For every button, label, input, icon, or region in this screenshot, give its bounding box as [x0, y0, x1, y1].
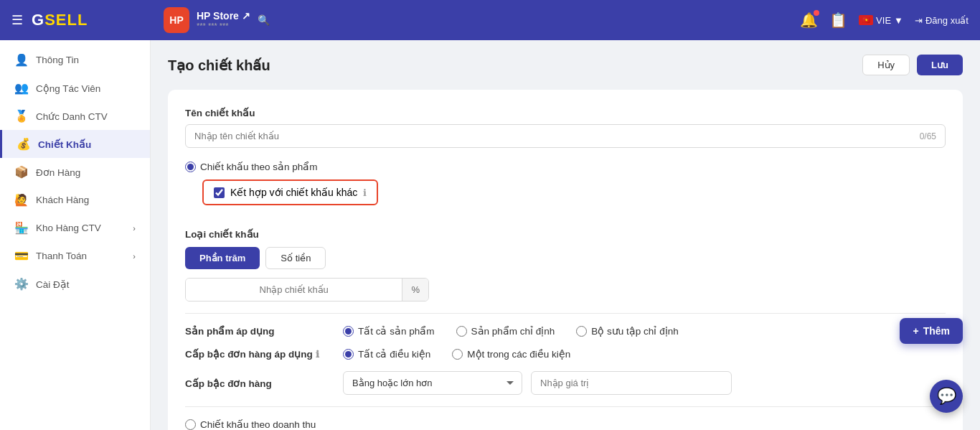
radio-doanh-thu-input[interactable] — [185, 419, 196, 430]
chiet-khau-icon: 💰 — [17, 137, 31, 151]
radio-san-pham-input[interactable] — [185, 162, 196, 172]
sidebar-item-don-hang[interactable]: 📦 Đơn Hàng — [0, 158, 150, 186]
thanh-toan-icon: 💳 — [14, 249, 29, 263]
chevron-right-icon: › — [133, 252, 136, 261]
percent-suffix: % — [402, 279, 428, 301]
phan-tram-button[interactable]: Phần trăm — [185, 247, 260, 269]
logout-label: Đăng xuất — [925, 15, 969, 26]
sidebar-item-kho-hang-ctv[interactable]: 🏪 Kho Hàng CTV › — [0, 214, 150, 242]
loai-chiet-khau-label: Loại chiết khấu — [185, 228, 946, 240]
radio-san-pham-label: Chiết khấu theo sản phẩm — [200, 161, 318, 172]
cap-bac-info-icon[interactable]: ℹ — [316, 349, 319, 360]
checkbox-container: Kết hợp với chiết khấu khác ℹ — [202, 179, 946, 217]
kho-hang-icon: 🏪 — [14, 221, 29, 235]
them-label: Thêm — [923, 325, 950, 337]
language-selector[interactable]: 🇻🇳 VIE ▼ — [859, 15, 903, 26]
ket-hop-checkbox[interactable] — [214, 187, 225, 198]
sidebar-item-label: Thanh Toán — [36, 251, 87, 261]
sidebar-item-khach-hang[interactable]: 🙋 Khách Hàng — [0, 186, 150, 214]
sidebar-item-label: Chức Danh CTV — [36, 111, 108, 122]
notification-dot — [814, 10, 819, 16]
san-pham-row: Sản phẩm áp dụng Tất cả sản phẩm Sản phẩ… — [185, 325, 946, 337]
chiet-khau-san-pham-section: Chiết khấu theo sản phẩm Kết hợp với chi… — [185, 161, 946, 430]
them-plus-icon: + — [913, 325, 918, 337]
divider-2 — [185, 406, 946, 407]
sidebar-item-thong-tin[interactable]: 👤 Thông Tin — [0, 46, 150, 74]
main-content: Tạo chiết khấu Hủy Lưu Tên chiết khấu 0/… — [151, 40, 980, 430]
doanh-thu-label: Chiết khấu theo doanh thu — [200, 419, 316, 430]
radio-doanh-thu[interactable]: Chiết khấu theo doanh thu — [185, 419, 316, 430]
store-name[interactable]: HP Store ↗ — [197, 10, 250, 22]
chat-button[interactable]: 💬 — [930, 380, 963, 413]
radio-bo-suu-tap[interactable]: Bộ sưu tập chỉ định — [576, 325, 678, 337]
radio-san-pham-chi-dinh[interactable]: Sản phẩm chỉ định — [456, 325, 555, 337]
cap-bac-don-hang-label: Cấp bậc đơn hàng — [185, 378, 329, 389]
notification-icon[interactable]: 🔔 — [800, 11, 818, 29]
sidebar-item-chiet-khau[interactable]: 💰 Chiết Khấu — [0, 130, 150, 158]
bst-label: Bộ sưu tập chỉ định — [591, 325, 678, 337]
cancel-button[interactable]: Hủy — [862, 55, 910, 75]
sidebar-item-label: Kho Hàng CTV — [36, 223, 101, 233]
radio-tat-ca-sp-input[interactable] — [343, 326, 354, 337]
tat-ca-sp-label: Tất cả sản phẩm — [358, 325, 435, 337]
store-badge: HP — [164, 7, 189, 33]
sidebar: 👤 Thông Tin 👥 Cộng Tác Viên 🏅 Chức Danh … — [0, 40, 151, 430]
radio-bst-input[interactable] — [576, 326, 587, 337]
divider — [185, 313, 946, 314]
lang-label: VIE — [876, 15, 891, 26]
chiet-khau-doanh-thu-row: Chiết khấu theo doanh thu — [185, 419, 946, 430]
sidebar-item-cong-tac-vien[interactable]: 👥 Cộng Tác Viên — [0, 74, 150, 102]
spcd-label: Sản phẩm chỉ định — [471, 325, 555, 337]
ctv-icon: 👥 — [14, 81, 29, 95]
sidebar-item-label: Cài Đặt — [36, 279, 70, 290]
char-counter: 0/65 — [920, 131, 936, 141]
radio-tatca-dk-input[interactable] — [343, 349, 354, 360]
ket-hop-label: Kết hợp với chiết khấu khác — [230, 187, 357, 198]
thong-tin-icon: 👤 — [14, 53, 29, 67]
logout-button[interactable]: ⇥ Đăng xuất — [915, 15, 969, 26]
ten-chiet-khau-field[interactable]: 0/65 — [185, 124, 946, 148]
sidebar-item-label: Chiết Khấu — [38, 139, 91, 150]
sidebar-item-chuc-danh-ctv[interactable]: 🏅 Chức Danh CTV — [0, 102, 150, 130]
gia-tri-input[interactable] — [531, 371, 732, 395]
radio-san-pham-option[interactable]: Chiết khấu theo sản phẩm — [185, 161, 946, 172]
page-title: Tạo chiết khấu — [168, 57, 270, 74]
radio-tat-ca-dk[interactable]: Tất cả điều kiện — [343, 348, 430, 360]
topnav-left: ☰ GSELL — [11, 11, 155, 29]
cap-bac-select-row: Cấp bậc đơn hàng Bằng hoặc lớn hơnNhỏ hơ… — [185, 371, 946, 395]
ten-chiet-khau-row: Tên chiết khấu 0/65 — [185, 107, 946, 148]
store-section: HP HP Store ↗ *** *** *** 🔍 — [164, 7, 270, 33]
chiet-khau-input[interactable] — [186, 279, 402, 301]
topnav-right: 🔔 📋 🇻🇳 VIE ▼ ⇥ Đăng xuất — [800, 11, 969, 29]
logout-icon: ⇥ — [915, 15, 923, 26]
sidebar-item-label: Cộng Tác Viên — [36, 83, 100, 94]
search-icon[interactable]: 🔍 — [258, 14, 270, 26]
san-pham-radio-group: Tất cả sản phẩm Sản phẩm chỉ định Bộ sưu… — [343, 325, 679, 337]
them-button[interactable]: + Thêm — [900, 318, 963, 344]
radio-tat-ca-sp[interactable]: Tất cả sản phẩm — [343, 325, 435, 337]
page-header: Tạo chiết khấu Hủy Lưu — [168, 55, 963, 75]
sidebar-item-cai-dat[interactable]: ⚙️ Cài Đặt — [0, 270, 150, 298]
sidebar-item-thanh-toan[interactable]: 💳 Thanh Toán › — [0, 242, 150, 270]
loai-button-group: Phần trăm Số tiền — [185, 247, 946, 269]
header-buttons: Hủy Lưu — [862, 55, 963, 75]
store-info: HP Store ↗ *** *** *** — [197, 10, 250, 30]
radio-mottrong-input[interactable] — [452, 349, 463, 360]
chevron-right-icon: › — [133, 224, 136, 233]
cap-bac-row: Cấp bậc đơn hàng áp dụng ℹ Tất cả điều k… — [185, 348, 946, 360]
ten-chiet-khau-label: Tên chiết khấu — [185, 107, 946, 118]
logo: GSELL — [32, 11, 88, 29]
radio-spcd-input[interactable] — [456, 326, 467, 337]
so-tien-button[interactable]: Số tiền — [265, 247, 326, 269]
info-icon[interactable]: ℹ — [363, 187, 367, 198]
ten-chiet-khau-input[interactable] — [194, 131, 920, 141]
main-layout: 👤 Thông Tin 👥 Cộng Tác Viên 🏅 Chức Danh … — [0, 40, 980, 430]
chiet-khau-value-field[interactable]: % — [185, 278, 429, 302]
flag-icon: 🇻🇳 — [859, 15, 873, 25]
radio-mot-trong[interactable]: Một trong các điều kiện — [452, 348, 570, 360]
hamburger-menu[interactable]: ☰ — [11, 12, 23, 28]
save-button[interactable]: Lưu — [917, 55, 963, 75]
cap-bac-radio-group: Tất cả điều kiện Một trong các điều kiện — [343, 348, 570, 360]
cap-bac-select[interactable]: Bằng hoặc lớn hơnNhỏ hơnBằng — [343, 371, 522, 395]
clipboard-icon[interactable]: 📋 — [829, 11, 847, 29]
